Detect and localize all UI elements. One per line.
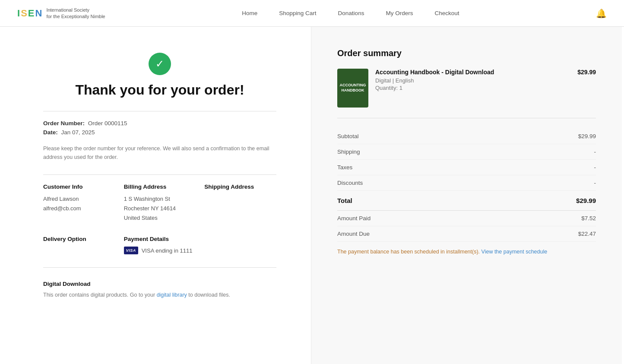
installment-text: The payment balance has been scheduled i… xyxy=(337,249,596,255)
product-image: ACCOUNTINGHANDBOOK xyxy=(337,69,368,108)
order-summary-title: Order summary xyxy=(337,48,596,58)
visa-logo: VISA xyxy=(124,247,138,254)
left-panel: ✓ Thank you for your order! Order Number… xyxy=(0,27,311,364)
amount-due-value: $22.47 xyxy=(578,231,596,237)
billing-col: Billing Address 1 S Washington St Roches… xyxy=(124,184,196,223)
amount-paid-value: $7.52 xyxy=(581,215,596,222)
order-number-label: Order Number: xyxy=(43,120,85,127)
customer-info-col: Customer Info Alfred Lawson alfred@cb.co… xyxy=(43,184,115,223)
bell-icon[interactable]: 🔔 xyxy=(596,8,607,19)
product-row: ACCOUNTINGHANDBOOK Accounting Handbook -… xyxy=(337,69,596,118)
logo-text: International Society for the Exceptiona… xyxy=(46,7,105,19)
total-value: $29.99 xyxy=(576,197,596,204)
main-nav: Home Shopping Cart Donations My Orders C… xyxy=(242,10,459,16)
subtotal-value: $29.99 xyxy=(578,133,596,139)
customer-name: Alfred Lawson xyxy=(43,196,79,202)
logo-line1: International Society xyxy=(46,7,89,13)
logo-letter-i: I xyxy=(17,8,20,19)
view-payment-schedule-link[interactable]: View the payment schedule xyxy=(481,249,548,255)
taxes-value: - xyxy=(594,164,596,171)
header-right: 🔔 xyxy=(596,8,607,19)
order-meta: Order Number: Order 0000115 Date: Jan 07… xyxy=(43,120,276,136)
nav-home[interactable]: Home xyxy=(242,10,257,16)
logo-letter-n: N xyxy=(35,8,42,19)
nav-donations[interactable]: Donations xyxy=(338,10,364,16)
order-date-value: Jan 07, 2025 xyxy=(61,129,95,136)
amount-paid-line: Amount Paid $7.52 xyxy=(337,211,596,226)
product-meta2: Quantity: 1 xyxy=(375,85,570,91)
main-layout: ✓ Thank you for your order! Order Number… xyxy=(0,27,624,364)
discounts-label: Discounts xyxy=(337,180,363,186)
customer-info-heading: Customer Info xyxy=(43,184,115,190)
visa-text: VISA ending in 1111 xyxy=(142,247,193,254)
subtotal-label: Subtotal xyxy=(337,133,359,139)
info-grid: Customer Info Alfred Lawson alfred@cb.co… xyxy=(43,184,276,223)
billing-line1: 1 S Washington St xyxy=(124,196,170,202)
order-number-row: Order Number: Order 0000115 xyxy=(43,120,276,127)
digital-download-heading: Digital Download xyxy=(43,281,276,287)
billing-line2: Rochester NY 14614 xyxy=(124,205,176,212)
divider-3 xyxy=(43,267,276,268)
product-details: Accounting Handbook - Digital Download D… xyxy=(375,69,570,92)
logo-letter-s: S xyxy=(21,8,27,19)
logo-line2: for the Exceptionally Nimble xyxy=(46,14,105,19)
shipping-label: Shipping xyxy=(337,149,360,155)
digital-download-section: Digital Download This order contains dig… xyxy=(43,281,276,299)
total-label: Total xyxy=(337,197,352,204)
delivery-payment-grid: Delivery Option Payment Details VISA VIS… xyxy=(43,236,276,254)
digital-download-text: This order contains digital products. Go… xyxy=(43,291,276,299)
order-number-value: Order 0000115 xyxy=(88,120,127,127)
visa-row: VISA VISA ending in 1111 xyxy=(124,247,276,254)
nav-checkout[interactable]: Checkout xyxy=(434,10,459,16)
amount-due-line: Amount Due $22.47 xyxy=(337,226,596,242)
subtotal-line: Subtotal $29.99 xyxy=(337,129,596,144)
logo-box: I S E N xyxy=(17,8,42,19)
delivery-heading: Delivery Option xyxy=(43,236,115,242)
product-price: $29.99 xyxy=(577,69,596,76)
shipping-heading: Shipping Address xyxy=(204,184,276,190)
discounts-value: - xyxy=(594,180,596,186)
taxes-label: Taxes xyxy=(337,164,352,171)
product-name: Accounting Handbook - Digital Download xyxy=(375,69,570,76)
shipping-value: - xyxy=(594,149,596,155)
payment-heading: Payment Details xyxy=(124,236,276,242)
delivery-col: Delivery Option xyxy=(43,236,115,254)
nav-shopping-cart[interactable]: Shopping Cart xyxy=(279,10,316,16)
installment-message: The payment balance has been scheduled i… xyxy=(337,249,480,255)
right-panel: Order summary ACCOUNTINGHANDBOOK Account… xyxy=(311,27,622,364)
digital-library-link[interactable]: digital library xyxy=(157,292,187,298)
amount-paid-label: Amount Paid xyxy=(337,215,371,222)
customer-email: alfred@cb.com xyxy=(43,205,81,212)
divider-1 xyxy=(43,111,276,111)
billing-line3: United States xyxy=(124,215,158,221)
shipping-line: Shipping - xyxy=(337,144,596,160)
check-circle-icon: ✓ xyxy=(149,53,171,75)
confirmation-info-text: Please keep the order number for your re… xyxy=(43,144,276,161)
taxes-line: Taxes - xyxy=(337,160,596,175)
thank-you-title: Thank you for your order! xyxy=(43,82,276,98)
success-icon-area: ✓ xyxy=(43,53,276,75)
payment-col: Payment Details VISA VISA ending in 1111 xyxy=(124,236,276,254)
order-date-row: Date: Jan 07, 2025 xyxy=(43,129,276,136)
header: I S E N International Society for the Ex… xyxy=(0,0,624,27)
divider-2 xyxy=(43,174,276,175)
billing-heading: Billing Address xyxy=(124,184,196,190)
nav-my-orders[interactable]: My Orders xyxy=(386,10,413,16)
shipping-col: Shipping Address xyxy=(204,184,276,223)
product-meta1: Digital | English xyxy=(375,77,570,84)
amount-due-label: Amount Due xyxy=(337,231,370,237)
logo-letter-e: E xyxy=(28,8,35,19)
discounts-line: Discounts - xyxy=(337,175,596,191)
total-line: Total $29.99 xyxy=(337,191,596,211)
logo-area: I S E N International Society for the Ex… xyxy=(17,7,105,19)
order-date-label: Date: xyxy=(43,129,58,136)
